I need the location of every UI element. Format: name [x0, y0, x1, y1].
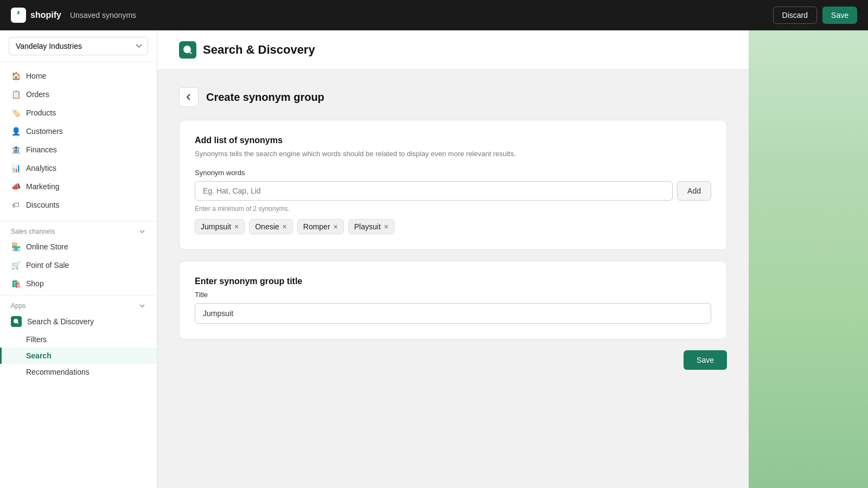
- topbar: shopify Unsaved synonyms Discard Save: [0, 0, 868, 30]
- shopify-logo-icon: [11, 8, 26, 23]
- topbar-unsaved-title: Unsaved synonyms: [70, 11, 136, 20]
- customers-icon: 👤: [11, 126, 21, 136]
- tag-onesie-label: Onesie: [255, 222, 279, 231]
- synonyms-card-description: Synonyms tells the search engine which w…: [195, 150, 711, 158]
- page-header-icon: [179, 41, 196, 59]
- sidebar-item-pos[interactable]: 🛒 Point of Sale: [0, 256, 157, 274]
- title-card-heading: Enter synonym group title: [195, 277, 711, 286]
- sidebar-item-online-store-label: Online Store: [26, 242, 68, 251]
- analytics-icon: 📊: [11, 163, 21, 173]
- sidebar-item-finances-label: Finances: [26, 145, 57, 154]
- shopify-logo-text: shopify: [30, 10, 61, 20]
- apps-header: Apps: [0, 298, 157, 312]
- title-field-label: Title: [195, 291, 711, 299]
- search-discovery-app-icon: [11, 316, 22, 327]
- svg-point-0: [14, 319, 18, 323]
- sidebar-item-customers-label: Customers: [26, 127, 63, 136]
- page-header: Search & Discovery: [157, 30, 749, 70]
- sidebar-item-pos-label: Point of Sale: [26, 261, 69, 269]
- sidebar-item-analytics-label: Analytics: [26, 164, 56, 172]
- gradient-panel: [749, 30, 868, 488]
- sidebar-item-search-discovery-label: Search & Discovery: [27, 317, 94, 326]
- store-select[interactable]: Vandelay Industries: [9, 37, 148, 55]
- sidebar-item-products[interactable]: 🏷️ Products: [0, 104, 157, 122]
- sidebar-item-home-label: Home: [26, 72, 46, 80]
- back-title-row: Create synonym group: [179, 87, 727, 107]
- marketing-icon: 📣: [11, 182, 21, 191]
- synonym-group-title-input[interactable]: [195, 303, 711, 324]
- sidebar-item-finances[interactable]: 🏦 Finances: [0, 140, 157, 159]
- tag-jumpsuit-remove[interactable]: ×: [234, 223, 239, 230]
- tag-playsuit: Playsuit ×: [348, 219, 394, 234]
- store-selector[interactable]: Vandelay Industries: [0, 30, 157, 62]
- synonym-input[interactable]: [195, 181, 673, 201]
- sidebar-item-marketing[interactable]: 📣 Marketing: [0, 177, 157, 196]
- synonym-tags: Jumpsuit × Onesie × Romper × Playsuit ×: [195, 219, 711, 234]
- sidebar-item-customers[interactable]: 👤 Customers: [0, 122, 157, 140]
- sidebar-item-orders-label: Orders: [26, 90, 49, 99]
- synonyms-card-title: Add list of synonyms: [195, 136, 711, 145]
- sidebar-item-discounts-label: Discounts: [26, 201, 59, 209]
- tag-playsuit-remove[interactable]: ×: [384, 223, 388, 230]
- sidebar: Vandelay Industries 🏠 Home 📋 Orders 🏷️ P…: [0, 30, 157, 488]
- back-button[interactable]: [179, 87, 199, 107]
- save-top-button[interactable]: Save: [822, 7, 857, 24]
- topbar-left: shopify Unsaved synonyms: [11, 8, 136, 23]
- tag-jumpsuit-label: Jumpsuit: [201, 222, 231, 231]
- shopify-logo: shopify: [11, 8, 61, 23]
- topbar-actions: Discard Save: [773, 7, 857, 24]
- discounts-icon: 🏷: [11, 200, 21, 210]
- shop-icon: 🛍️: [11, 279, 21, 288]
- sidebar-item-discounts[interactable]: 🏷 Discounts: [0, 196, 157, 214]
- footer-actions: Save: [179, 350, 727, 370]
- sidebar-item-search-discovery[interactable]: Search & Discovery: [0, 312, 157, 331]
- orders-icon: 📋: [11, 89, 21, 99]
- synonym-words-label: Synonym words: [195, 169, 711, 177]
- main-layout: Vandelay Industries 🏠 Home 📋 Orders 🏷️ P…: [0, 30, 868, 488]
- tag-romper-label: Romper: [303, 222, 330, 231]
- content-area: Search & Discovery Create synonym group …: [157, 30, 749, 488]
- title-card: Enter synonym group title Title: [179, 261, 727, 339]
- synonyms-card: Add list of synonyms Synonyms tells the …: [179, 120, 727, 250]
- tag-jumpsuit: Jumpsuit ×: [195, 219, 245, 234]
- apps-label: Apps: [11, 302, 25, 310]
- tag-playsuit-label: Playsuit: [354, 222, 381, 231]
- home-icon: 🏠: [11, 71, 21, 81]
- add-synonym-button[interactable]: Add: [677, 181, 711, 201]
- tag-romper: Romper ×: [297, 219, 344, 234]
- pos-icon: 🛒: [11, 260, 21, 270]
- sidebar-sub-item-filters[interactable]: Filters: [0, 331, 157, 348]
- sidebar-item-online-store[interactable]: 🏪 Online Store: [0, 237, 157, 256]
- sales-channels-label: Sales channels: [11, 228, 55, 235]
- tag-onesie: Onesie ×: [249, 219, 293, 234]
- nav-divider-1: [0, 221, 157, 221]
- sidebar-item-products-label: Products: [26, 108, 56, 117]
- sales-channels-header: Sales channels: [0, 223, 157, 237]
- sidebar-sub-item-search[interactable]: Search: [0, 348, 157, 364]
- sidebar-item-shop[interactable]: 🛍️ Shop: [0, 274, 157, 293]
- finances-icon: 🏦: [11, 145, 21, 155]
- products-icon: 🏷️: [11, 108, 21, 118]
- discard-button[interactable]: Discard: [773, 7, 817, 24]
- create-synonym-title: Create synonym group: [206, 91, 324, 104]
- synonym-input-row: Add: [195, 181, 711, 201]
- online-store-icon: 🏪: [11, 242, 21, 252]
- sidebar-item-orders[interactable]: 📋 Orders: [0, 85, 157, 104]
- synonym-hint: Enter a minimum of 2 synonyms.: [195, 205, 711, 213]
- tag-romper-remove[interactable]: ×: [334, 223, 338, 230]
- sidebar-item-shop-label: Shop: [26, 279, 44, 288]
- sidebar-item-analytics[interactable]: 📊 Analytics: [0, 159, 157, 177]
- sidebar-item-home[interactable]: 🏠 Home: [0, 67, 157, 85]
- sidebar-item-marketing-label: Marketing: [26, 182, 59, 191]
- save-bottom-button[interactable]: Save: [684, 350, 727, 370]
- sidebar-sub-item-recommendations[interactable]: Recommendations: [0, 364, 157, 380]
- nav-divider-2: [0, 295, 157, 296]
- tag-onesie-remove[interactable]: ×: [283, 223, 287, 230]
- nav-section-main: 🏠 Home 📋 Orders 🏷️ Products 👤 Customers …: [0, 62, 157, 219]
- content-inner: Create synonym group Add list of synonym…: [157, 70, 749, 387]
- page-header-title: Search & Discovery: [203, 43, 315, 57]
